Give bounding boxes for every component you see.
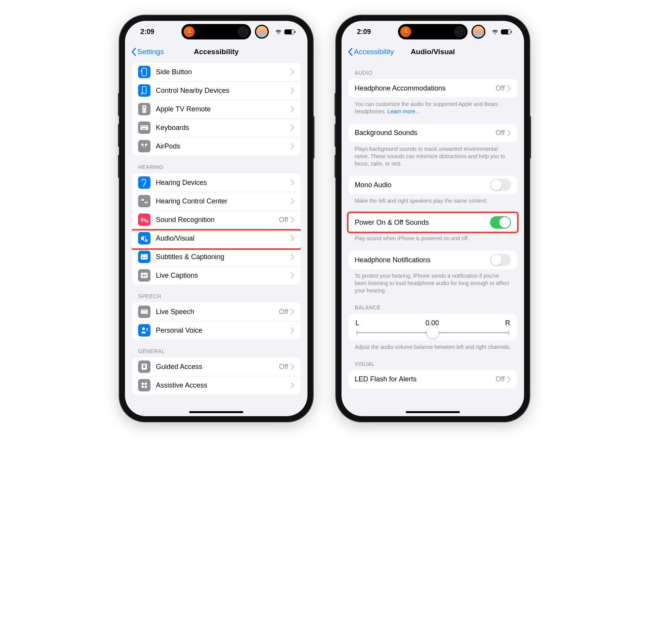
chevron-right-icon bbox=[290, 235, 294, 241]
balance-right-label: R bbox=[505, 319, 510, 327]
chevron-right-icon bbox=[507, 130, 511, 136]
back-label: Accessibility bbox=[354, 48, 394, 56]
chevron-right-icon bbox=[290, 217, 294, 223]
svg-rect-51 bbox=[142, 386, 144, 388]
row-sound-recognition[interactable]: Sound Recognition Off bbox=[132, 210, 301, 229]
svg-rect-28 bbox=[141, 254, 148, 260]
row-label: Live Speech bbox=[156, 308, 279, 316]
svg-rect-50 bbox=[145, 383, 147, 385]
row-value: Off bbox=[495, 129, 505, 137]
row-label: AirPods bbox=[156, 142, 290, 150]
row-label: Side Button bbox=[156, 68, 290, 76]
svg-point-5 bbox=[143, 109, 144, 110]
side-button-icon bbox=[138, 66, 150, 78]
row-power-sounds: Power On & Off Sounds bbox=[348, 213, 517, 232]
row-hearing-devices[interactable]: Hearing Devices bbox=[132, 173, 301, 192]
chevron-right-icon bbox=[507, 376, 511, 383]
row-label: LED Flash for Alerts bbox=[355, 375, 495, 383]
sound-recog-icon bbox=[138, 214, 150, 226]
svg-rect-49 bbox=[142, 383, 144, 385]
footer-power-sounds: Play sound when iPhone is powered on and… bbox=[342, 232, 524, 244]
svg-rect-30 bbox=[145, 257, 147, 258]
svg-rect-39 bbox=[144, 310, 145, 311]
footer-headphone-notif: To protect your hearing, iPhone sends a … bbox=[342, 269, 524, 296]
navbar-right: Accessibility Audio/Visual bbox=[342, 43, 524, 61]
row-live-speech[interactable]: Live Speech Off bbox=[132, 302, 301, 321]
chevron-right-icon bbox=[290, 382, 294, 388]
toggle-power-sounds[interactable] bbox=[490, 216, 511, 229]
footer-balance: Adjust the audio volume balance between … bbox=[342, 340, 524, 352]
back-button[interactable]: Accessibility bbox=[348, 43, 394, 61]
svg-rect-0 bbox=[142, 68, 147, 76]
row-label: Mono Audio bbox=[355, 181, 490, 189]
status-bar: 2:09 🍲 bbox=[125, 21, 307, 43]
chevron-right-icon bbox=[290, 254, 294, 260]
group-mono-audio: Mono Audio bbox=[348, 176, 517, 194]
toggle-mono-audio[interactable] bbox=[490, 179, 511, 191]
row-assistive-access[interactable]: Assistive Access bbox=[132, 376, 301, 395]
chevron-right-icon bbox=[290, 272, 294, 278]
section-header-hearing: HEARING bbox=[125, 155, 307, 173]
group-headphone-accom: Headphone Accommodations Off bbox=[348, 79, 517, 97]
home-indicator[interactable] bbox=[189, 411, 243, 413]
row-subtitles[interactable]: Subtitles & Captioning bbox=[132, 248, 301, 266]
scroll-right[interactable]: AUDIO Headphone Accommodations Off You c… bbox=[342, 61, 524, 416]
group-power-sounds: Power On & Off Sounds bbox=[348, 213, 517, 232]
row-label: Keyboards bbox=[156, 124, 290, 132]
chevron-right-icon bbox=[290, 87, 294, 94]
row-control-nearby[interactable]: Control Nearby Devices bbox=[132, 81, 301, 100]
row-label: Audio/Visual bbox=[156, 234, 290, 243]
svg-point-7 bbox=[143, 111, 144, 111]
battery-icon bbox=[501, 29, 511, 34]
section-header-audio: AUDIO bbox=[342, 61, 524, 79]
ear-icon bbox=[138, 176, 150, 189]
phone-left: 2:09 🍲 Settings Accessibility bbox=[120, 15, 313, 422]
remote-icon bbox=[138, 103, 150, 115]
balance-value: 0.00 bbox=[425, 319, 439, 327]
row-label: Apple TV Remote bbox=[156, 105, 290, 113]
row-audio-visual[interactable]: Audio/Visual bbox=[132, 229, 301, 248]
balance-slider-row: L 0.00 R bbox=[348, 314, 517, 340]
row-guided-access[interactable]: Guided Access Off bbox=[132, 357, 301, 376]
slider-thumb[interactable] bbox=[427, 327, 439, 338]
svg-point-19 bbox=[146, 202, 147, 203]
guided-access-icon bbox=[138, 360, 150, 373]
learn-more-link[interactable]: Learn more… bbox=[388, 108, 421, 114]
row-headphone-accom[interactable]: Headphone Accommodations Off bbox=[348, 79, 517, 97]
chevron-right-icon bbox=[290, 143, 294, 149]
row-led-flash[interactable]: LED Flash for Alerts Off bbox=[348, 370, 517, 389]
screen-left: 2:09 🍲 Settings Accessibility bbox=[125, 21, 307, 416]
row-background-sounds[interactable]: Background Sounds Off bbox=[348, 124, 517, 142]
phone-right: 2:09 🍲 Accessibility Audio/Visual AUDIO bbox=[336, 15, 529, 422]
section-header-balance: BALANCE bbox=[342, 296, 524, 314]
row-label: Hearing Devices bbox=[156, 179, 290, 187]
row-live-captions[interactable]: Live Captions bbox=[132, 266, 301, 285]
group-hearing: Hearing Devices Hearing Control Center S… bbox=[132, 173, 301, 285]
row-personal-voice[interactable]: Personal Voice bbox=[132, 321, 301, 340]
row-value: Off bbox=[279, 363, 288, 371]
row-mono-audio: Mono Audio bbox=[348, 176, 517, 194]
back-button[interactable]: Settings bbox=[131, 43, 164, 61]
live-speech-icon bbox=[138, 306, 150, 318]
island-app-icon: 🍲 bbox=[400, 26, 411, 37]
status-time: 2:09 bbox=[140, 28, 154, 36]
row-hearing-control[interactable]: Hearing Control Center bbox=[132, 192, 301, 210]
group-speech: Live Speech Off Personal Voice bbox=[132, 302, 301, 340]
keyboard-icon bbox=[138, 121, 150, 134]
row-keyboards[interactable]: Keyboards bbox=[132, 118, 301, 137]
row-apple-tv-remote[interactable]: Apple TV Remote bbox=[132, 100, 301, 118]
row-airpods[interactable]: AirPods bbox=[132, 137, 301, 155]
svg-point-27 bbox=[146, 240, 147, 241]
group-0: Side Button Control Nearby Devices Apple… bbox=[132, 63, 301, 155]
footer-headphone-accom: You can customize the audio for supporte… bbox=[342, 97, 524, 117]
row-side-button[interactable]: Side Button bbox=[132, 63, 301, 81]
toggle-headphone-notif[interactable] bbox=[490, 254, 511, 266]
home-indicator[interactable] bbox=[406, 411, 460, 413]
scroll-left[interactable]: Side Button Control Nearby Devices Apple… bbox=[125, 61, 307, 416]
row-label: Headphone Notifications bbox=[355, 256, 490, 264]
balance-slider[interactable] bbox=[356, 332, 509, 333]
island-app-icon: 🍲 bbox=[184, 26, 195, 37]
live-captions-icon bbox=[138, 269, 150, 282]
svg-point-8 bbox=[145, 111, 146, 111]
wifi-icon bbox=[492, 29, 499, 34]
